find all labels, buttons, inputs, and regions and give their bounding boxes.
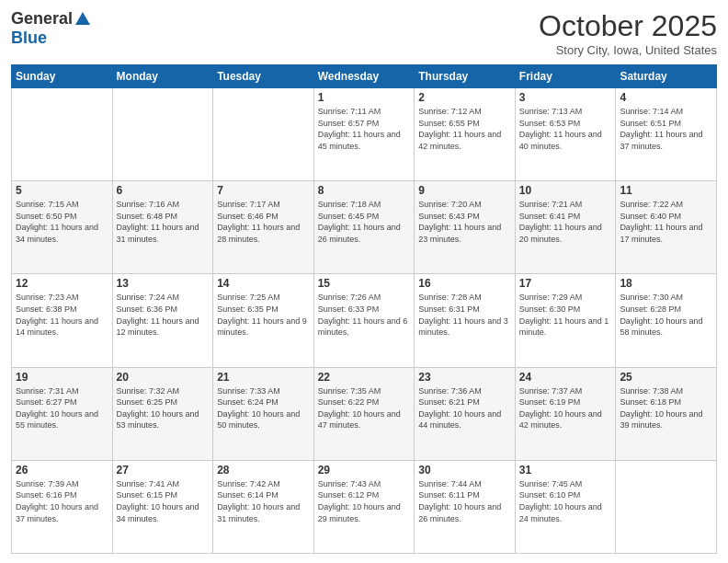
day-info: Sunrise: 7:41 AMSunset: 6:15 PMDaylight:… bbox=[117, 478, 210, 524]
table-row: 12Sunrise: 7:23 AMSunset: 6:38 PMDayligh… bbox=[12, 274, 113, 367]
day-number: 29 bbox=[318, 464, 411, 477]
calendar-week-row: 19Sunrise: 7:31 AMSunset: 6:27 PMDayligh… bbox=[12, 367, 717, 460]
day-info: Sunrise: 7:32 AMSunset: 6:25 PMDaylight:… bbox=[117, 385, 210, 431]
day-info: Sunrise: 7:44 AMSunset: 6:11 PMDaylight:… bbox=[418, 478, 511, 524]
day-number: 12 bbox=[16, 277, 108, 290]
table-row: 18Sunrise: 7:30 AMSunset: 6:28 PMDayligh… bbox=[616, 274, 717, 367]
table-row: 8Sunrise: 7:18 AMSunset: 6:45 PMDaylight… bbox=[313, 181, 415, 274]
table-row: 23Sunrise: 7:36 AMSunset: 6:21 PMDayligh… bbox=[415, 367, 516, 460]
col-saturday: Saturday bbox=[616, 65, 717, 88]
day-info: Sunrise: 7:45 AMSunset: 6:10 PMDaylight:… bbox=[519, 478, 612, 524]
day-info: Sunrise: 7:33 AMSunset: 6:24 PMDaylight:… bbox=[217, 385, 310, 431]
table-row: 27Sunrise: 7:41 AMSunset: 6:15 PMDayligh… bbox=[112, 460, 213, 553]
table-row: 1Sunrise: 7:11 AMSunset: 6:57 PMDaylight… bbox=[313, 88, 415, 181]
logo: General Blue bbox=[11, 9, 90, 48]
day-info: Sunrise: 7:37 AMSunset: 6:19 PMDaylight:… bbox=[519, 385, 612, 431]
table-row: 24Sunrise: 7:37 AMSunset: 6:19 PMDayligh… bbox=[515, 367, 616, 460]
logo-general-text: General bbox=[11, 9, 73, 29]
day-number: 31 bbox=[519, 464, 612, 477]
day-number: 25 bbox=[620, 371, 712, 384]
day-number: 17 bbox=[519, 277, 612, 290]
calendar-table: Sunday Monday Tuesday Wednesday Thursday… bbox=[11, 64, 717, 554]
table-row: 15Sunrise: 7:26 AMSunset: 6:33 PMDayligh… bbox=[313, 274, 415, 367]
table-row: 28Sunrise: 7:42 AMSunset: 6:14 PMDayligh… bbox=[213, 460, 314, 553]
day-number: 19 bbox=[16, 371, 108, 384]
day-number: 13 bbox=[117, 277, 210, 290]
day-info: Sunrise: 7:14 AMSunset: 6:51 PMDaylight:… bbox=[620, 106, 712, 152]
col-friday: Friday bbox=[515, 65, 616, 88]
day-number: 22 bbox=[318, 371, 411, 384]
table-row: 30Sunrise: 7:44 AMSunset: 6:11 PMDayligh… bbox=[415, 460, 516, 553]
day-number: 27 bbox=[117, 464, 210, 477]
calendar-week-row: 1Sunrise: 7:11 AMSunset: 6:57 PMDaylight… bbox=[12, 88, 717, 181]
day-number: 11 bbox=[620, 184, 712, 197]
day-info: Sunrise: 7:26 AMSunset: 6:33 PMDaylight:… bbox=[318, 292, 411, 338]
month-title: October 2025 bbox=[539, 9, 717, 43]
calendar-week-row: 5Sunrise: 7:15 AMSunset: 6:50 PMDaylight… bbox=[12, 181, 717, 274]
day-number: 7 bbox=[217, 184, 310, 197]
logo-blue-text: Blue bbox=[11, 29, 47, 48]
day-number: 1 bbox=[318, 91, 411, 104]
day-info: Sunrise: 7:28 AMSunset: 6:31 PMDaylight:… bbox=[418, 292, 511, 338]
page: General Blue October 2025 Story City, Io… bbox=[0, 0, 728, 563]
table-row: 16Sunrise: 7:28 AMSunset: 6:31 PMDayligh… bbox=[415, 274, 516, 367]
col-monday: Monday bbox=[112, 65, 213, 88]
table-row: 9Sunrise: 7:20 AMSunset: 6:43 PMDaylight… bbox=[415, 181, 516, 274]
day-info: Sunrise: 7:18 AMSunset: 6:45 PMDaylight:… bbox=[318, 199, 411, 245]
day-info: Sunrise: 7:21 AMSunset: 6:41 PMDaylight:… bbox=[519, 199, 612, 245]
table-row: 19Sunrise: 7:31 AMSunset: 6:27 PMDayligh… bbox=[12, 367, 113, 460]
day-info: Sunrise: 7:39 AMSunset: 6:16 PMDaylight:… bbox=[16, 478, 108, 524]
col-wednesday: Wednesday bbox=[313, 65, 415, 88]
day-info: Sunrise: 7:12 AMSunset: 6:55 PMDaylight:… bbox=[418, 106, 511, 152]
table-row: 29Sunrise: 7:43 AMSunset: 6:12 PMDayligh… bbox=[313, 460, 415, 553]
table-row bbox=[213, 88, 314, 181]
table-row: 22Sunrise: 7:35 AMSunset: 6:22 PMDayligh… bbox=[313, 367, 415, 460]
logo-triangle-icon bbox=[75, 12, 90, 25]
table-row: 4Sunrise: 7:14 AMSunset: 6:51 PMDaylight… bbox=[616, 88, 717, 181]
col-tuesday: Tuesday bbox=[213, 65, 314, 88]
day-number: 15 bbox=[318, 277, 411, 290]
day-number: 24 bbox=[519, 371, 612, 384]
day-number: 4 bbox=[620, 91, 712, 104]
day-info: Sunrise: 7:15 AMSunset: 6:50 PMDaylight:… bbox=[16, 199, 108, 245]
day-info: Sunrise: 7:31 AMSunset: 6:27 PMDaylight:… bbox=[16, 385, 108, 431]
day-info: Sunrise: 7:23 AMSunset: 6:38 PMDaylight:… bbox=[16, 292, 108, 338]
table-row: 10Sunrise: 7:21 AMSunset: 6:41 PMDayligh… bbox=[515, 181, 616, 274]
day-number: 23 bbox=[418, 371, 511, 384]
table-row: 26Sunrise: 7:39 AMSunset: 6:16 PMDayligh… bbox=[12, 460, 113, 553]
table-row: 17Sunrise: 7:29 AMSunset: 6:30 PMDayligh… bbox=[515, 274, 616, 367]
table-row: 11Sunrise: 7:22 AMSunset: 6:40 PMDayligh… bbox=[616, 181, 717, 274]
table-row: 3Sunrise: 7:13 AMSunset: 6:53 PMDaylight… bbox=[515, 88, 616, 181]
table-row: 20Sunrise: 7:32 AMSunset: 6:25 PMDayligh… bbox=[112, 367, 213, 460]
day-info: Sunrise: 7:30 AMSunset: 6:28 PMDaylight:… bbox=[620, 292, 712, 338]
day-number: 16 bbox=[418, 277, 511, 290]
col-thursday: Thursday bbox=[415, 65, 516, 88]
day-info: Sunrise: 7:36 AMSunset: 6:21 PMDaylight:… bbox=[418, 385, 511, 431]
day-info: Sunrise: 7:11 AMSunset: 6:57 PMDaylight:… bbox=[318, 106, 411, 152]
day-info: Sunrise: 7:16 AMSunset: 6:48 PMDaylight:… bbox=[117, 199, 210, 245]
day-number: 6 bbox=[117, 184, 210, 197]
day-number: 3 bbox=[519, 91, 612, 104]
col-sunday: Sunday bbox=[12, 65, 113, 88]
day-number: 21 bbox=[217, 371, 310, 384]
table-row: 2Sunrise: 7:12 AMSunset: 6:55 PMDaylight… bbox=[415, 88, 516, 181]
day-number: 5 bbox=[16, 184, 108, 197]
table-row bbox=[12, 88, 113, 181]
header-right: October 2025 Story City, Iowa, United St… bbox=[539, 9, 717, 57]
day-info: Sunrise: 7:38 AMSunset: 6:18 PMDaylight:… bbox=[620, 385, 712, 431]
table-row bbox=[112, 88, 213, 181]
table-row: 7Sunrise: 7:17 AMSunset: 6:46 PMDaylight… bbox=[213, 181, 314, 274]
day-number: 14 bbox=[217, 277, 310, 290]
day-info: Sunrise: 7:42 AMSunset: 6:14 PMDaylight:… bbox=[217, 478, 310, 524]
table-row: 13Sunrise: 7:24 AMSunset: 6:36 PMDayligh… bbox=[112, 274, 213, 367]
day-number: 2 bbox=[418, 91, 511, 104]
day-number: 18 bbox=[620, 277, 712, 290]
table-row: 21Sunrise: 7:33 AMSunset: 6:24 PMDayligh… bbox=[213, 367, 314, 460]
day-number: 8 bbox=[318, 184, 411, 197]
calendar-week-row: 26Sunrise: 7:39 AMSunset: 6:16 PMDayligh… bbox=[12, 460, 717, 553]
day-info: Sunrise: 7:13 AMSunset: 6:53 PMDaylight:… bbox=[519, 106, 612, 152]
calendar-header-row: Sunday Monday Tuesday Wednesday Thursday… bbox=[12, 65, 717, 88]
header: General Blue October 2025 Story City, Io… bbox=[11, 9, 717, 57]
day-number: 20 bbox=[117, 371, 210, 384]
table-row: 25Sunrise: 7:38 AMSunset: 6:18 PMDayligh… bbox=[616, 367, 717, 460]
